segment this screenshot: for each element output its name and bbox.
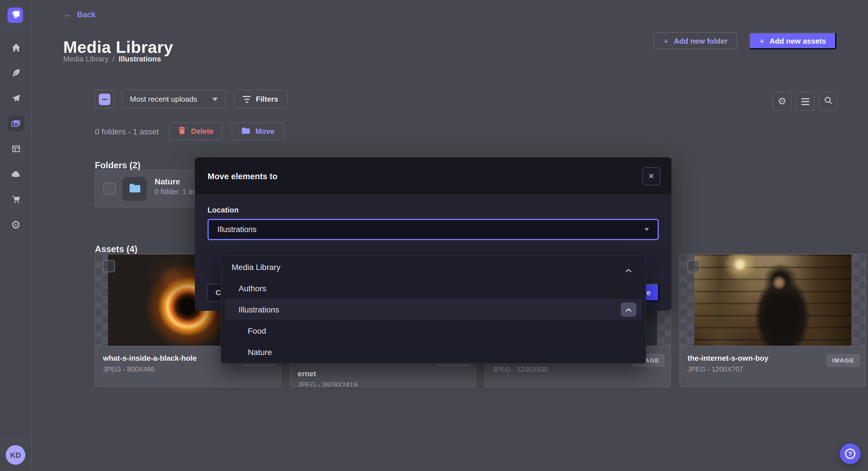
folder-icon [242,127,250,136]
sort-select-value: Most recent uploads [130,95,197,103]
move-label: Move [255,127,275,136]
filters-button[interactable]: Filters [234,90,287,108]
plus-icon: + [760,36,765,45]
sidebar-item-settings[interactable]: ⚙ [8,216,24,233]
add-new-folder-button[interactable]: + Add new folder [654,32,738,49]
sidebar-divider-top [0,30,32,30]
breadcrumb-separator: / [113,55,115,63]
plus-icon: + [664,36,669,45]
asset-card-footer: the-internet-s-own-boy JPEG - 1200X707 I… [680,346,865,387]
layout-icon [11,144,21,154]
back-link[interactable]: ← Back [63,10,96,19]
chevron-up-icon[interactable] [625,265,632,274]
asset-meta: JPEG - 3628X2419 [298,381,468,387]
filter-icon [243,96,251,103]
folder-checkbox[interactable] [103,183,116,195]
dropdown-item-food[interactable]: Food [221,320,646,341]
sidebar: ⚙ KD [0,0,32,471]
folder-name: Nature [155,177,180,186]
cart-icon [11,195,21,204]
feather-icon [11,68,21,77]
close-icon: × [648,171,654,182]
asset-checkbox[interactable] [687,260,700,272]
sidebar-item-content-manager[interactable] [8,141,24,157]
chevron-down-icon [212,97,218,101]
help-button[interactable]: ? [840,443,861,464]
dropdown-item-illustrations[interactable]: Illustrations [225,299,642,320]
checkbox-indeterminate-icon [99,93,111,105]
add-new-assets-button[interactable]: + Add new assets [749,32,836,49]
header-actions: + Add new folder + Add new assets [654,32,836,49]
library-photo [694,255,851,346]
location-label: Location [208,206,659,214]
location-select[interactable]: Illustrations [208,219,659,240]
modal-body: Location Illustrations [195,195,672,240]
dropdown-item-nature[interactable]: Nature [221,341,646,363]
modal-title: Move elements to [208,171,277,181]
question-mark: ? [848,450,852,457]
collapse-children-button[interactable] [621,302,636,316]
dropdown-item-label: Authors [239,283,267,293]
sidebar-item-deploy[interactable] [8,90,24,106]
sort-select[interactable]: Most recent uploads [122,90,226,108]
delete-button[interactable]: Delete [169,122,223,140]
toolbar: Most recent uploads Filters [95,90,287,108]
breadcrumb: Media Library / Illustrations [63,55,161,63]
dropdown-item-label: Media Library [232,262,281,271]
sidebar-item-media-library[interactable] [8,115,24,132]
paper-plane-icon [11,94,21,103]
gear-icon: ⚙ [11,219,21,230]
asset-checkbox[interactable] [103,260,115,272]
search-button[interactable] [818,92,838,111]
back-arrow-icon: ← [63,10,72,19]
search-icon [824,96,833,107]
dropdown-item-label: Nature [248,347,272,357]
selection-count: 0 folders - 1 asset [95,127,159,136]
sidebar-item-cloud[interactable] [8,166,24,182]
breadcrumb-current: Illustrations [119,55,161,63]
cloud-icon [11,169,21,179]
add-new-folder-label: Add new folder [674,36,728,45]
settings-button[interactable]: ⚙ [773,92,792,111]
sidebar-item-home[interactable] [8,40,24,56]
asset-card[interactable]: the-internet-s-own-boy JPEG - 1200X707 I… [679,254,866,387]
dropdown-item-authors[interactable]: Authors [221,277,646,299]
chevron-down-icon [644,228,649,231]
folder-icon [128,183,141,195]
app-root: ⚙ KD ← Back Media Library Media Library … [0,0,868,471]
list-view-button[interactable] [796,92,814,111]
dropdown-item-label: Illustrations [239,305,279,314]
list-icon [801,98,809,105]
back-label: Back [77,10,96,19]
selection-bar: 0 folders - 1 asset Delete Move [95,122,284,140]
media-library-icon [11,119,21,128]
help-icon: ? [845,448,855,459]
dropdown-item-label: Food [248,326,266,335]
dropdown-item-media-library[interactable]: Media Library [221,256,646,277]
trash-icon [179,126,186,136]
close-button[interactable]: × [642,167,660,186]
asset-type-badge: IMAGE [826,354,860,367]
sidebar-divider-bottom [0,439,32,440]
sidebar-item-content-type-builder[interactable] [8,65,24,81]
asset-thumbnail [680,255,865,346]
strapi-logo-icon[interactable] [7,7,23,23]
select-all-checkbox[interactable] [95,90,114,108]
sidebar-nav: ⚙ [0,40,32,233]
page-title: Media Library [63,38,173,57]
assets-section-title: Assets (4) [95,244,137,255]
filters-label: Filters [256,95,278,103]
sidebar-item-marketplace[interactable] [8,191,24,207]
location-dropdown: Media Library Authors Illustrations Food… [221,255,646,364]
folders-section-title: Folders (2) [95,160,140,171]
move-button[interactable]: Move [232,122,284,140]
breadcrumb-root[interactable]: Media Library [63,55,108,63]
strapi-logo-glyph [12,11,20,19]
avatar[interactable]: KD [6,445,25,465]
location-select-value: Illustrations [217,225,257,234]
home-icon [11,43,21,52]
delete-label: Delete [191,127,214,136]
gear-icon: ⚙ [778,97,787,106]
add-new-assets-label: Add new assets [769,36,826,45]
chevron-up-icon [625,305,632,314]
